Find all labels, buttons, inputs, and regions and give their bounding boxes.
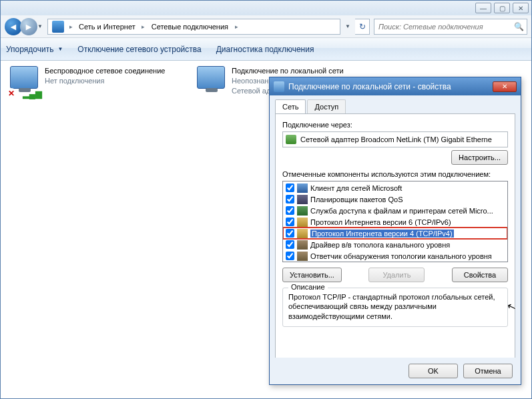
- component-checkbox[interactable]: [286, 229, 294, 238]
- tab-body: Подключение через: Сетевой адаптер Broad…: [275, 113, 515, 364]
- component-icon: [297, 218, 308, 227]
- component-icon: [297, 183, 308, 193]
- monitor-icon: [10, 66, 38, 89]
- disable-device-button[interactable]: Отключение сетевого устройства: [77, 45, 201, 54]
- component-row[interactable]: Служба доступа к файлам и принтерам сете…: [283, 205, 507, 216]
- disable-device-label: Отключение сетевого устройства: [77, 45, 201, 54]
- connection-name: Подключение по локальной сети: [232, 66, 369, 76]
- component-label: Протокол Интернета версии 4 (TCP/IPv4): [310, 230, 454, 238]
- connection-text: Беспроводное сетевое соединение Нет подк…: [45, 66, 182, 96]
- diagnose-label: Диагностика подключения: [216, 45, 314, 54]
- dialog-footer: OK Отмена: [270, 358, 521, 384]
- component-row[interactable]: Протокол Интернета версии 4 (TCP/IPv4): [283, 228, 507, 239]
- location-icon: [52, 21, 64, 33]
- component-label: Ответчик обнаружения топологии канальног…: [310, 252, 492, 260]
- chevron-down-icon: ▼: [57, 46, 63, 52]
- search-icon: 🔍: [514, 22, 524, 31]
- adapter-icon: [286, 135, 296, 144]
- breadcrumb-separator: ▸: [140, 23, 148, 30]
- maximize-button[interactable]: ▢: [494, 3, 510, 13]
- component-icon: [297, 240, 308, 250]
- component-checkbox[interactable]: [286, 195, 294, 204]
- component-row[interactable]: Клиент для сетей Microsoft: [283, 182, 507, 193]
- breadcrumb-item-1[interactable]: Сеть и Интернет: [75, 19, 140, 34]
- component-label: Клиент для сетей Microsoft: [310, 184, 402, 192]
- ok-button[interactable]: OK: [409, 364, 458, 378]
- breadcrumb-dropdown[interactable]: ▼: [343, 18, 352, 35]
- refresh-button[interactable]: ↻: [355, 19, 370, 35]
- component-label: Драйвер в/в тополога канального уровня: [310, 241, 450, 249]
- command-bar: Упорядочить ▼ Отключение сетевого устрой…: [1, 38, 531, 61]
- search-box[interactable]: 🔍: [374, 19, 527, 35]
- component-checkbox[interactable]: [286, 183, 294, 192]
- properties-button[interactable]: Свойства: [452, 268, 508, 282]
- component-row[interactable]: Протокол Интернета версии 6 (TCP/IPv6): [283, 216, 507, 228]
- tab-network[interactable]: Сеть: [275, 99, 306, 113]
- search-input[interactable]: [377, 22, 514, 31]
- component-icon: [297, 206, 308, 216]
- connection-status: Нет подключения: [45, 76, 182, 86]
- breadcrumb-item-2[interactable]: Сетевые подключения: [148, 19, 232, 34]
- breadcrumb[interactable]: ▸ Сеть и Интернет ▸ Сетевые подключения …: [47, 19, 340, 35]
- description-group: Описание Протокол TCP/IP - стандартный п…: [282, 288, 508, 327]
- connect-via-label: Подключение через:: [282, 121, 508, 129]
- component-row[interactable]: Драйвер в/в тополога канального уровня: [283, 239, 507, 250]
- components-list[interactable]: Клиент для сетей MicrosoftПланировщик па…: [282, 181, 508, 262]
- component-checkbox[interactable]: [286, 240, 294, 249]
- description-text: Протокол TCP/IP - стандартный протокол г…: [288, 292, 502, 321]
- breadcrumb-separator: ▸: [232, 23, 240, 30]
- dialog-close-button[interactable]: ✕: [493, 81, 517, 92]
- component-checkbox[interactable]: [286, 252, 294, 260]
- organize-label: Упорядочить: [6, 45, 53, 54]
- component-row[interactable]: Ответчик обнаружения топологии канальног…: [283, 250, 507, 262]
- error-overlay-icon: ✕: [6, 88, 17, 99]
- configure-button[interactable]: Настроить...: [451, 150, 508, 165]
- nav-arrows: ◄ ► ▼: [5, 18, 45, 35]
- breadcrumb-separator: ▸: [67, 23, 75, 30]
- component-icon: [297, 229, 308, 238]
- tab-strip: Сеть Доступ: [270, 95, 521, 113]
- connection-icon: [196, 66, 226, 96]
- cancel-button[interactable]: Отмена: [463, 364, 513, 378]
- window-titlebar: — ▢ ✕: [1, 1, 531, 15]
- nav-history-dropdown[interactable]: ▼: [35, 18, 45, 35]
- properties-dialog: Подключение по локальной сети - свойства…: [269, 77, 521, 385]
- component-checkbox[interactable]: [286, 218, 294, 226]
- diagnose-button[interactable]: Диагностика подключения: [216, 45, 314, 54]
- component-icon: [297, 252, 308, 261]
- nav-bar: ◄ ► ▼ ▸ Сеть и Интернет ▸ Сетевые подклю…: [1, 15, 531, 38]
- components-label: Отмеченные компоненты используются этим …: [282, 170, 508, 178]
- connection-name: Беспроводное сетевое соединение: [45, 66, 182, 76]
- connection-item-wireless[interactable]: ✕ ▂▄▆ Беспроводное сетевое соединение Не…: [9, 66, 182, 96]
- component-checkbox[interactable]: [286, 206, 294, 215]
- tab-access[interactable]: Доступ: [307, 99, 346, 113]
- minimize-button[interactable]: —: [475, 3, 491, 13]
- component-label: Протокол Интернета версии 6 (TCP/IPv6): [310, 218, 451, 226]
- monitor-icon: [197, 66, 225, 89]
- close-button[interactable]: ✕: [513, 3, 529, 13]
- component-label: Планировщик пакетов QoS: [310, 195, 403, 204]
- uninstall-button: Удалить: [368, 268, 425, 282]
- dialog-title-text: Подключение по локальной сети - свойства: [288, 82, 451, 91]
- dialog-icon: [274, 81, 284, 92]
- adapter-name: Сетевой адаптер Broadcom NetLink (TM) Gi…: [300, 135, 492, 143]
- organize-menu[interactable]: Упорядочить ▼: [6, 45, 63, 54]
- adapter-field: Сетевой адаптер Broadcom NetLink (TM) Gi…: [282, 131, 508, 147]
- dialog-titlebar: Подключение по локальной сети - свойства…: [270, 77, 521, 95]
- description-legend: Описание: [288, 283, 328, 291]
- install-button[interactable]: Установить...: [282, 268, 342, 282]
- wifi-signal-icon: ▂▄▆: [23, 89, 42, 99]
- connection-icon: ✕ ▂▄▆: [9, 66, 39, 96]
- component-icon: [297, 195, 308, 204]
- component-buttons: Установить... Удалить Свойства: [282, 268, 508, 282]
- component-label: Служба доступа к файлам и принтерам сете…: [310, 207, 493, 215]
- component-row[interactable]: Планировщик пакетов QoS: [283, 193, 507, 205]
